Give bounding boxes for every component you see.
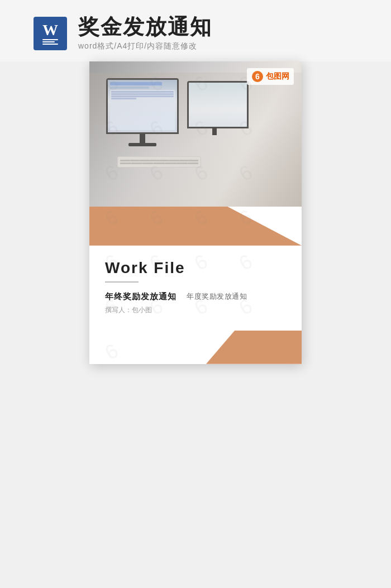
content-section: Work File 年终奖励发放通知 年度奖励发放通知 撰写人：包小图 (89, 246, 302, 331)
cover-photo: 6 包图网 (89, 61, 302, 207)
svg-text:6: 6 (255, 72, 260, 81)
work-file-title: Work File (105, 259, 286, 277)
main-title: 年终奖励发放通知 (105, 291, 177, 302)
word-icon: W (34, 17, 67, 50)
diagonal-transition (89, 207, 302, 246)
word-icon-line1 (42, 39, 58, 40)
sub-title: 年度奖励发放通知 (187, 291, 247, 302)
photo-overlay (89, 73, 302, 207)
word-icon-lines (42, 39, 58, 45)
logo-svg-icon: 6 (251, 70, 264, 83)
word-icon-letter: W (42, 22, 58, 38)
bottom-orange-shape (206, 331, 302, 364)
content-divider (105, 281, 139, 283)
bottom-white (89, 331, 302, 364)
header: W 奖金发放通知 word格式/A4打印/内容随意修改 (0, 0, 391, 61)
header-subtitle: word格式/A4打印/内容随意修改 (78, 41, 212, 51)
title-row: 年终奖励发放通知 年度奖励发放通知 (105, 291, 286, 302)
logo-text: 包图网 (266, 71, 289, 82)
orange-shape (89, 207, 302, 246)
photo-background: 6 包图网 (89, 61, 302, 207)
header-text-group: 奖金发放通知 word格式/A4打印/内容随意修改 (78, 16, 212, 51)
document-cover: 66666 66666 66666 66666 66666 (89, 61, 302, 364)
logo-area: 6 包图网 (247, 68, 294, 85)
monitor-group (89, 73, 302, 207)
word-icon-line3 (42, 44, 58, 45)
word-icon-line2 (42, 41, 55, 42)
page-title: 奖金发放通知 (78, 16, 212, 39)
author-text: 撰写人：包小图 (105, 305, 286, 315)
